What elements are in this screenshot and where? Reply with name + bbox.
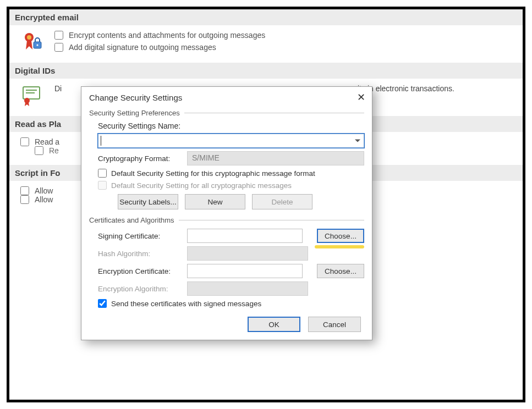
- signing-choose-button[interactable]: Choose...: [317, 229, 364, 243]
- encryption-choose-button[interactable]: Choose...: [317, 264, 364, 278]
- section-header-encrypted-email: Encrypted email: [9, 9, 523, 25]
- checkbox-add-signature[interactable]: Add digital signature to outgoing messag…: [54, 43, 265, 52]
- signing-certificate-label: Signing Certificate:: [89, 232, 183, 240]
- encryption-certificate-field: [187, 264, 303, 278]
- checkbox-default-this-format[interactable]: Default Security Setting for this crypto…: [98, 169, 364, 178]
- certificate-icon: [21, 84, 43, 106]
- checkbox-read-sub-label: Re: [49, 146, 59, 155]
- change-security-settings-dialog: Change Security Settings ✕ Security Sett…: [81, 86, 372, 340]
- checkbox-send-certs[interactable]: Send these certificates with signed mess…: [98, 299, 364, 308]
- chevron-down-icon[interactable]: [355, 140, 360, 142]
- checkbox-default-all: Default Security Setting for all cryptog…: [98, 181, 364, 190]
- checkbox-send-certs-label: Send these certificates with signed mess…: [111, 300, 261, 308]
- section-header-digital-ids: Digital IDs: [9, 63, 523, 79]
- cryptography-format-select: S/MIME: [187, 151, 364, 165]
- encryption-certificate-label: Encryption Certificate:: [89, 267, 183, 275]
- checkbox-allow-2-input[interactable]: [20, 195, 29, 204]
- cryptography-format-label: Cryptography Format:: [89, 154, 183, 163]
- checkbox-encrypt-outgoing-label: Encrypt contents and attachments for out…: [69, 31, 265, 40]
- signing-certificate-field: [187, 229, 303, 243]
- checkbox-default-all-label: Default Security Setting for all cryptog…: [111, 181, 292, 190]
- security-labels-button[interactable]: Security Labels...: [118, 194, 178, 209]
- checkbox-read-all-input[interactable]: [20, 137, 29, 146]
- encryption-algorithm-label: Encryption Algorithm:: [89, 285, 183, 293]
- checkbox-encrypt-outgoing[interactable]: Encrypt contents and attachments for out…: [54, 31, 265, 40]
- checkbox-send-certs-input[interactable]: [98, 299, 107, 308]
- divider: [184, 113, 364, 113]
- group-certs-label: Certificates and Algorithms: [89, 216, 174, 224]
- checkbox-read-sub-input[interactable]: [35, 146, 43, 155]
- hash-algorithm-label: Hash Algorithm:: [89, 250, 183, 258]
- checkbox-allow-1-label: Allow: [35, 186, 53, 195]
- close-icon[interactable]: ✕: [357, 92, 365, 102]
- checkbox-allow-1-input[interactable]: [20, 186, 29, 195]
- checkbox-add-signature-label: Add digital signature to outgoing messag…: [69, 43, 216, 52]
- svg-point-1: [27, 35, 31, 40]
- checkbox-default-this-format-label: Default Security Setting for this crypto…: [111, 169, 315, 178]
- divider: [179, 220, 364, 220]
- checkbox-default-all-input: [98, 181, 107, 190]
- checkbox-read-all-label: Read a: [35, 137, 59, 146]
- certificate-ribbon-lock-icon: [21, 31, 43, 53]
- delete-button: Delete: [252, 194, 312, 209]
- security-settings-name-label: Security Settings Name:: [98, 121, 180, 130]
- hash-algorithm-select: [187, 246, 308, 261]
- text-caret-icon: [101, 136, 101, 146]
- svg-point-3: [36, 44, 38, 46]
- cryptography-format-value: S/MIME: [192, 153, 220, 162]
- encryption-algorithm-select: [187, 281, 308, 296]
- checkbox-allow-2-label: Allow: [35, 195, 53, 204]
- ok-button[interactable]: OK: [248, 317, 300, 332]
- security-settings-name-input[interactable]: [98, 134, 364, 148]
- cancel-button[interactable]: Cancel: [308, 317, 361, 332]
- checkbox-default-this-format-input[interactable]: [98, 169, 107, 178]
- digital-ids-leading-text: Di: [54, 84, 62, 93]
- dialog-title: Change Security Settings: [89, 93, 182, 102]
- group-preferences-label: Security Setting Preferences: [89, 109, 180, 117]
- checkbox-add-signature-input[interactable]: [54, 43, 63, 52]
- highlight-mark-icon: [315, 245, 364, 248]
- new-button[interactable]: New: [185, 194, 245, 209]
- checkbox-encrypt-outgoing-input[interactable]: [54, 31, 63, 40]
